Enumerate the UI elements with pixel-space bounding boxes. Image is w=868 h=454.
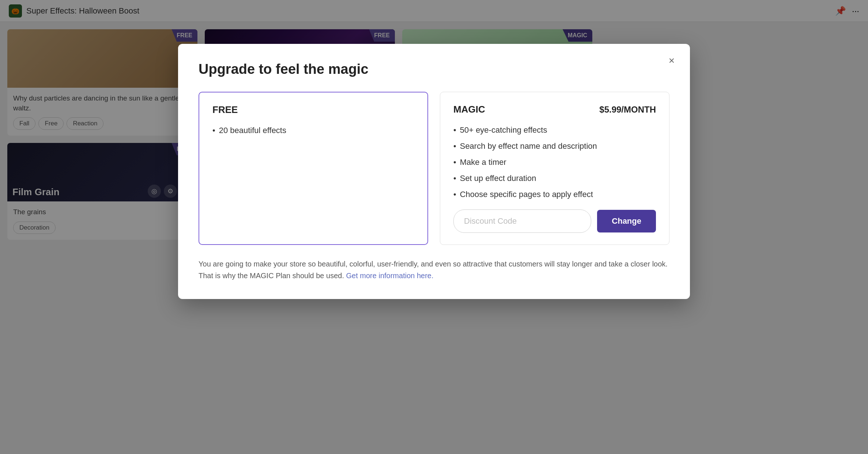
free-plan-features: 20 beautiful effects	[212, 126, 414, 135]
modal-close-button[interactable]: ×	[664, 53, 680, 69]
free-plan-header: FREE	[212, 104, 414, 116]
magic-plan-price: $5.99/MONTH	[599, 105, 656, 115]
free-plan-card: FREE 20 beautiful effects	[199, 92, 428, 245]
magic-plan-header: MAGIC $5.99/MONTH	[453, 104, 656, 115]
modal-title: Upgrade to feel the magic	[199, 61, 669, 77]
plans-container: FREE 20 beautiful effects MAGIC $5.99/MO…	[199, 92, 669, 245]
free-feature-1: 20 beautiful effects	[212, 126, 414, 135]
magic-feature-1: 50+ eye-catching effects	[453, 125, 656, 135]
magic-feature-4: Set up effect duration	[453, 174, 656, 183]
upgrade-modal: × Upgrade to feel the magic FREE 20 beau…	[178, 44, 690, 299]
change-button[interactable]: Change	[597, 210, 656, 232]
modal-footer: You are going to make your store so beau…	[199, 258, 669, 281]
magic-plan-card: MAGIC $5.99/MONTH 50+ eye-catching effec…	[440, 92, 669, 245]
modal-footer-link[interactable]: Get more information here.	[346, 272, 434, 280]
discount-row: Change	[453, 209, 656, 233]
free-plan-name: FREE	[212, 104, 238, 116]
magic-feature-2: Search by effect name and description	[453, 141, 656, 151]
magic-feature-5: Choose specific pages to apply effect	[453, 190, 656, 199]
discount-code-input[interactable]	[453, 209, 591, 233]
magic-feature-3: Make a timer	[453, 158, 656, 167]
magic-plan-features: 50+ eye-catching effects Search by effec…	[453, 125, 656, 199]
modal-overlay[interactable]: × Upgrade to feel the magic FREE 20 beau…	[0, 0, 868, 454]
magic-plan-name: MAGIC	[453, 104, 485, 115]
